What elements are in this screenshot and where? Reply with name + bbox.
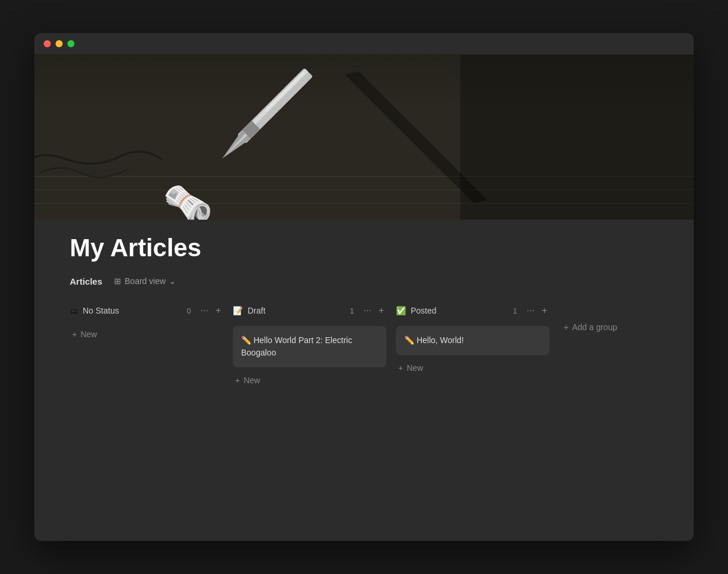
hero-image: 🗞️ <box>34 54 694 220</box>
titlebar <box>34 33 694 54</box>
plus-icon-posted: + <box>398 363 403 373</box>
chevron-down-icon: ⌄ <box>169 276 176 286</box>
column-header-posted: ✅ Posted 1 ··· + <box>396 302 550 319</box>
plus-icon: + <box>72 330 77 339</box>
scroll-emoji: 🗞️ <box>161 178 215 220</box>
draft-card-1-text: ✏️ Hello World Part 2: Electric Boogaloo <box>241 334 378 359</box>
column-header-draft: 📝 Draft 1 ··· + <box>233 302 386 319</box>
hero-illustration <box>34 54 694 220</box>
posted-count: 1 <box>513 306 517 315</box>
posted-card-1[interactable]: ✏️ Hello, World! <box>396 326 550 355</box>
column-draft: 📝 Draft 1 ··· + ✏️ Hello World Part 2: E… <box>233 302 386 389</box>
maximize-button[interactable] <box>67 40 74 47</box>
draft-count: 1 <box>350 306 354 315</box>
posted-card-1-text: ✏️ Hello, World! <box>404 334 541 347</box>
minimize-button[interactable] <box>56 40 63 47</box>
draft-more-button[interactable]: ··· <box>361 305 373 317</box>
content-area: My Articles Articles ⊞ Board view ⌄ 🗂 No… <box>34 220 694 412</box>
column-header-no-status: 🗂 No Status 0 ··· + <box>70 302 223 319</box>
posted-actions: ··· + <box>524 305 550 317</box>
posted-add-button[interactable]: + <box>540 305 550 317</box>
add-group-plus-icon: + <box>564 322 568 332</box>
draft-icon: 📝 <box>233 306 243 315</box>
board-columns: 🗂 No Status 0 ··· + + New 📝 Draft <box>70 302 658 389</box>
draft-add-button[interactable]: + <box>376 305 386 317</box>
draft-card-1[interactable]: ✏️ Hello World Part 2: Electric Boogaloo <box>233 326 386 367</box>
add-group-button[interactable]: + Add a group <box>559 319 622 335</box>
svg-rect-5 <box>460 54 694 220</box>
draft-card-1-icon: ✏️ <box>241 335 254 345</box>
board-grid-icon: ⊞ <box>114 276 121 286</box>
no-status-count: 0 <box>187 306 191 315</box>
view-bar: Articles ⊞ Board view ⌄ <box>70 274 658 288</box>
draft-actions: ··· + <box>361 305 386 317</box>
posted-title: Posted <box>411 306 508 315</box>
posted-new-button[interactable]: + New <box>396 360 550 376</box>
page-title: My Articles <box>70 220 658 274</box>
posted-icon: ✅ <box>396 306 406 315</box>
posted-new-label: New <box>407 363 423 373</box>
column-no-status: 🗂 No Status 0 ··· + + New <box>70 302 223 343</box>
no-status-new-label: New <box>80 330 97 339</box>
posted-more-button[interactable]: ··· <box>524 305 537 317</box>
column-posted: ✅ Posted 1 ··· + ✏️ Hello, World! + <box>396 302 550 376</box>
draft-new-label: New <box>243 376 260 385</box>
no-status-new-button[interactable]: + New <box>70 326 223 343</box>
board-view-button[interactable]: ⊞ Board view ⌄ <box>109 274 181 288</box>
no-status-icon: 🗂 <box>70 306 78 315</box>
close-button[interactable] <box>44 40 51 47</box>
no-status-title: No Status <box>83 306 182 315</box>
no-status-actions: ··· + <box>198 305 223 317</box>
add-group-label: Add a group <box>572 322 617 332</box>
posted-card-1-icon: ✏️ <box>404 335 417 345</box>
articles-label: Articles <box>70 276 102 286</box>
board-view-label: Board view <box>125 276 165 286</box>
no-status-more-button[interactable]: ··· <box>198 305 210 317</box>
draft-new-button[interactable]: + New <box>233 372 386 389</box>
plus-icon-draft: + <box>235 376 240 385</box>
draft-title: Draft <box>248 306 345 315</box>
no-status-add-button[interactable]: + <box>213 305 223 317</box>
app-window: 🗞️ My Articles Articles ⊞ Board view ⌄ 🗂… <box>34 33 694 541</box>
